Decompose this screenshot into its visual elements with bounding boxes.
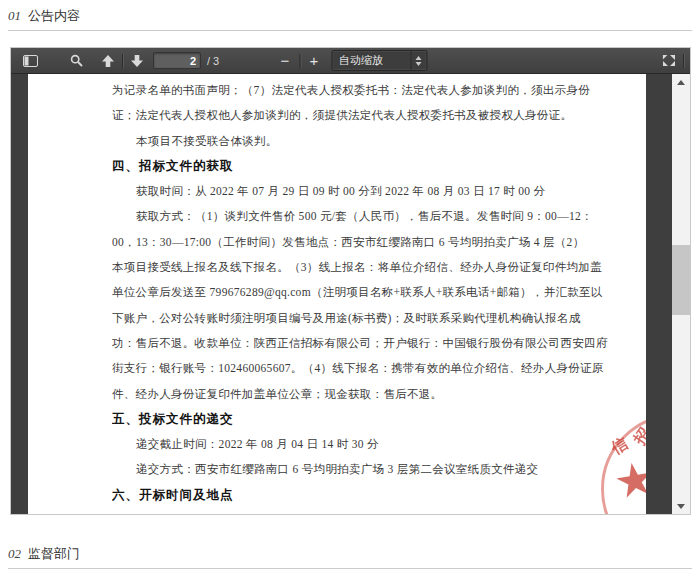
- document-text-line: 证；法定代表人授权他人参加谈判的，须提供法定代表人授权委托书及被授权人身份证。: [112, 103, 638, 128]
- document-lines: 为记录名单的书面声明；（7）法定代表人授权委托书：法定代表人参加谈判的，须出示身…: [28, 74, 646, 514]
- scroll-down-icon: [677, 504, 685, 509]
- sidebar-toggle-icon: [23, 55, 38, 67]
- document-text-line: 为记录名单的书面声明；（7）法定代表人授权委托书：法定代表人参加谈判的，须出示身…: [112, 78, 638, 103]
- plus-icon: +: [310, 53, 319, 68]
- divider: [8, 30, 692, 31]
- toolbar-left-group: / 3: [11, 48, 219, 73]
- scroll-up-button[interactable]: [672, 74, 690, 90]
- document-text-line: 单位公章后发送至 799676289@qq.com（注明项目名称+联系人+联系电…: [112, 280, 638, 305]
- toolbar-right-group: [658, 48, 690, 73]
- section-header-announcement: 01公告内容: [8, 7, 80, 25]
- zoom-select-value: 自动缩放: [332, 53, 410, 68]
- document-text-line: 件、经办人身份证复印件加盖单位公章；现金获取：售后不退。: [112, 382, 638, 407]
- section-title: 公告内容: [28, 8, 80, 23]
- toolbar-zoom-group: − + 自动缩放: [274, 48, 427, 73]
- presentation-mode-button[interactable]: [658, 51, 680, 71]
- document-text-line: 本项目不接受联合体谈判。: [112, 129, 638, 154]
- pdf-viewer-body: 为记录名单的书面声明；（7）法定代表人授权委托书：法定代表人参加谈判的，须出示身…: [11, 74, 690, 514]
- section-header-supervision: 02监督部门: [8, 545, 80, 563]
- select-spinner-icon: [410, 51, 426, 70]
- pdf-toolbar: / 3 − + 自动缩放: [11, 48, 690, 74]
- zoom-in-button[interactable]: +: [303, 51, 325, 71]
- document-heading: 六、开标时间及地点: [112, 483, 638, 508]
- section-number: 01: [8, 8, 21, 23]
- next-page-button[interactable]: [126, 51, 148, 71]
- search-button[interactable]: [65, 51, 87, 71]
- page-count-label: / 3: [207, 55, 219, 67]
- document-text-line: 开标时间：2022 年 08 月 04 日 14 时 30 分: [112, 508, 638, 514]
- document-text-line: 递交截止时间：2022 年 08 月 04 日 14 时 30 分: [112, 432, 638, 457]
- vertical-scrollbar[interactable]: [672, 74, 690, 514]
- page-number-input[interactable]: [153, 52, 201, 69]
- minus-icon: −: [281, 53, 290, 68]
- stamp-character: 招: [630, 424, 646, 449]
- document-text-line: 递交方式：西安市红缨路南口 6 号均明拍卖广场 3 层第二会议室纸质文件递交: [112, 457, 638, 482]
- arrow-up-icon: [101, 55, 115, 67]
- document-heading: 四、招标文件的获取: [112, 154, 638, 179]
- toolbar-separator: [683, 54, 684, 68]
- scroll-up-icon: [677, 80, 685, 85]
- zoom-out-button[interactable]: −: [274, 51, 296, 71]
- section-title: 监督部门: [28, 546, 80, 561]
- section-number: 02: [8, 546, 21, 561]
- document-text-line: 本项目接受线上报名及线下报名。（3）线上报名：将单位介绍信、经办人身份证复印件均…: [112, 255, 638, 280]
- fullscreen-icon: [662, 54, 676, 67]
- toolbar-separator: [122, 54, 123, 68]
- scroll-down-button[interactable]: [672, 498, 690, 514]
- sidebar-toggle-button[interactable]: [19, 51, 41, 71]
- scrollbar-thumb[interactable]: [672, 245, 690, 315]
- document-text-line: 下账户，公对公转账时须注明项目编号及用途(标书费)；及时联系采购代理机构确认报名…: [112, 306, 638, 331]
- divider: [8, 568, 692, 569]
- pdf-page: 为记录名单的书面声明；（7）法定代表人授权委托书：法定代表人参加谈判的，须出示身…: [28, 74, 646, 514]
- document-text-line: 获取时间：从 2022 年 07 月 29 日 09 时 00 分到 2022 …: [112, 179, 638, 204]
- toolbar-separator: [299, 54, 300, 68]
- stamp-star-icon: ★: [610, 450, 646, 510]
- document-text-line: 00，13：30—17:00（工作时间）发售地点：西安市红缨路南口 6 号均明拍…: [112, 230, 638, 255]
- document-heading: 五、投标文件的递交: [112, 407, 638, 432]
- document-text-line: 获取方式：（1）谈判文件售价 500 元/套（人民币），售后不退。发售时间 9：…: [112, 204, 638, 229]
- search-icon: [70, 54, 83, 67]
- pdf-viewer: / 3 − + 自动缩放: [10, 47, 691, 515]
- document-text-line: 功：售后不退。收款单位：陕西正信招标有限公司；开户银行：中国银行股份有限公司西安…: [112, 331, 638, 356]
- document-text-line: 街支行；银行账号：102460065607。（4）线下报名：携带有效的单位介绍信…: [112, 356, 638, 381]
- zoom-select[interactable]: 自动缩放: [331, 50, 427, 71]
- previous-page-button[interactable]: [97, 51, 119, 71]
- arrow-down-icon: [130, 55, 144, 67]
